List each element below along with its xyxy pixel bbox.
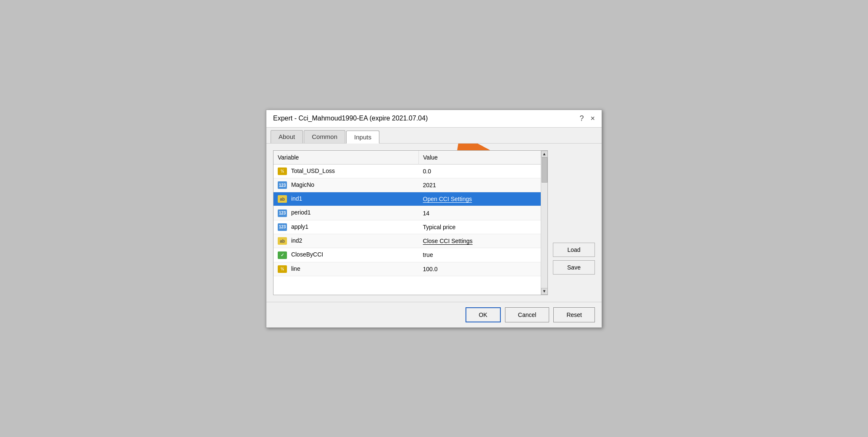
table-row[interactable]: 123 MagicNo 2021: [274, 178, 547, 192]
bottom-bar: OK Cancel Reset: [266, 302, 602, 327]
table-row[interactable]: ½ line 100.0: [274, 262, 547, 276]
icon-ab: ab: [278, 195, 287, 203]
close-button[interactable]: ×: [590, 114, 595, 123]
column-header-value: Value: [419, 151, 547, 165]
variable-cell: ✓ CloseByCCI: [274, 248, 419, 262]
icon-v2: ½: [278, 167, 287, 175]
title-bar: Expert - Cci_Mahmoud1990-EA (expire 2021…: [266, 110, 602, 128]
value-cell[interactable]: true: [419, 248, 547, 262]
table-header-row: Variable Value: [274, 151, 547, 165]
reset-button[interactable]: Reset: [553, 307, 595, 322]
tab-about[interactable]: About: [271, 130, 303, 143]
window-controls: ? ×: [579, 114, 595, 123]
main-window: Expert - Cci_Mahmoud1990-EA (expire 2021…: [266, 110, 602, 328]
icon-v2: ½: [278, 265, 287, 273]
value-cell[interactable]: Close CCI Settings: [419, 234, 547, 248]
tab-inputs[interactable]: Inputs: [346, 131, 379, 144]
value-cell[interactable]: 100.0: [419, 262, 547, 276]
variables-table: Variable Value ½ Total_USD_Loss: [274, 151, 547, 276]
icon-123: 123: [278, 223, 287, 231]
table-row[interactable]: 123 period1 14: [274, 206, 547, 220]
scroll-thumb[interactable]: [542, 157, 547, 183]
cancel-button[interactable]: Cancel: [505, 307, 550, 322]
column-header-variable: Variable: [274, 151, 419, 165]
icon-123: 123: [278, 181, 287, 189]
scroll-track[interactable]: [541, 157, 547, 288]
scroll-down-arrow[interactable]: ▼: [541, 288, 548, 295]
right-button-panel: Load Save: [553, 150, 595, 295]
variable-cell: ab ind2: [274, 234, 419, 248]
vertical-scrollbar[interactable]: ▲ ▼: [541, 151, 547, 295]
variable-cell: 123 period1: [274, 206, 419, 220]
load-button[interactable]: Load: [553, 243, 595, 257]
icon-green: ✓: [278, 251, 287, 259]
icon-123: 123: [278, 209, 287, 217]
help-button[interactable]: ?: [579, 114, 584, 123]
table-row[interactable]: ab ind2 Close CCI Settings: [274, 234, 547, 248]
window-title: Expert - Cci_Mahmoud1990-EA (expire 2021…: [273, 115, 428, 122]
variable-cell: ½ line: [274, 262, 419, 276]
table-row-selected[interactable]: ab ind1 Open CCI Settings: [274, 192, 547, 206]
value-cell[interactable]: Typical price: [419, 220, 547, 234]
icon-ab: ab: [278, 237, 287, 245]
variable-cell: ab ind1: [274, 192, 419, 206]
variable-cell: ½ Total_USD_Loss: [274, 164, 419, 178]
variables-table-container: Variable Value ½ Total_USD_Loss: [273, 150, 548, 295]
value-cell[interactable]: Open CCI Settings: [419, 192, 547, 206]
table-row[interactable]: 123 apply1 Typical price: [274, 220, 547, 234]
tab-common[interactable]: Common: [304, 130, 345, 143]
save-button[interactable]: Save: [553, 260, 595, 275]
variable-cell: 123 MagicNo: [274, 178, 419, 192]
variable-cell: 123 apply1: [274, 220, 419, 234]
value-cell[interactable]: 2021: [419, 178, 547, 192]
tab-bar: About Common Inputs: [266, 128, 602, 144]
table-row[interactable]: ½ Total_USD_Loss 0.0: [274, 164, 547, 178]
value-cell[interactable]: 14: [419, 206, 547, 220]
ok-button[interactable]: OK: [466, 307, 501, 322]
content-area: Variable Value ½ Total_USD_Loss: [266, 144, 602, 302]
value-cell[interactable]: 0.0: [419, 164, 547, 178]
table-row[interactable]: ✓ CloseByCCI true: [274, 248, 547, 262]
scroll-up-arrow[interactable]: ▲: [541, 151, 548, 157]
